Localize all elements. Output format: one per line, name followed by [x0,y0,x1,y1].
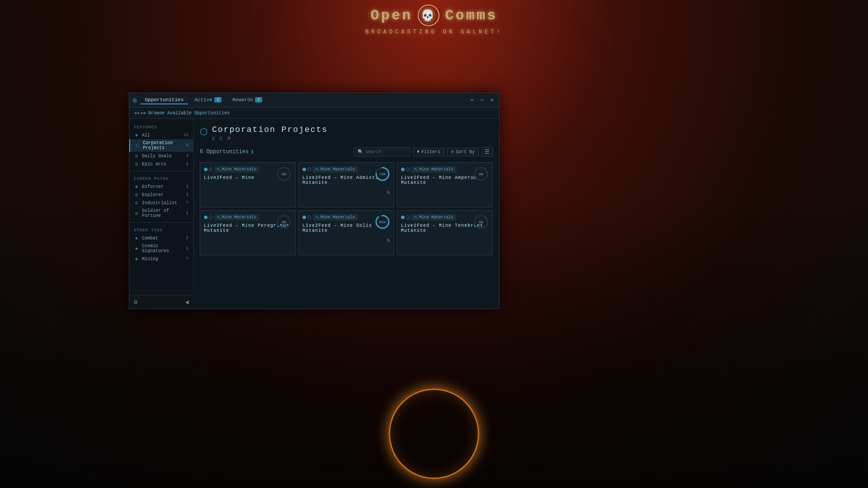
close-button[interactable]: ✕ [488,97,495,104]
combat-icon: ◈ [134,235,139,241]
explorer-icon: ◎ [134,192,139,197]
opportunities-bar: 6 Opportunities ℹ 🔍 ▼ Filters ≡ Sort By [200,147,493,157]
card-tag: ⛏ Mine Materials [313,166,358,173]
page-header: ⬡ Corporation Projects C C P [200,125,493,141]
card-progress-text: 76% [379,172,386,176]
sidebar-item-soldier-of-fortune[interactable]: ◎ Soldier of Fortune 1 [129,207,193,220]
filters-button[interactable]: ▼ Filters [413,148,444,156]
open-comms-title: Open 💀 Comms [371,5,498,26]
daily-goals-icon: ◎ [134,153,139,159]
title-bar-tabs: Opportunities Active 2 Rewards 2 [140,96,465,104]
sidebar-item-epic-arcs[interactable]: ◎ Epic Arcs 1 [129,160,193,168]
card-header: ⛏ Mine Materials 0% [401,214,489,221]
card-dot-1 [401,168,405,171]
page-subtitle: C C P [212,136,328,141]
card-dot-1 [302,168,306,171]
bottom-machinery [298,352,570,488]
tab-rewards[interactable]: Rewards 2 [228,96,267,104]
card-dot-2 [307,216,311,219]
opportunity-card-5[interactable]: ⛏ Mine Materials 0% Live2Feed – Mine Ten… [397,210,493,255]
settings-icon[interactable]: ⚙ [134,298,137,306]
other-tags-section-label: Other Tags [129,225,193,234]
cards-grid: ⛏ Mine Materials 0% Live2Feed – Mine ⛏ M… [200,162,493,255]
card-tag-icon: ⛏ [217,168,221,172]
list-view-button[interactable]: ☰ [481,147,493,157]
card-progress-text: 0% [282,220,286,224]
card-tag-icon: ⛏ [217,216,221,220]
main-window: ◎ Opportunities Active 2 Rewards 2 ⋯ ─ ✕… [129,93,500,309]
card-dots [302,168,311,171]
card-progress-text: 88% [379,220,386,224]
sidebar: Features ◈ All 11 ⬡ Corporation Projects… [129,119,193,289]
forward-arrow[interactable]: ▶▶ [141,110,146,116]
opportunity-card-3[interactable]: ⛏ Mine Materials 0% Live2Feed – Mine Per… [200,210,296,255]
cosmic-icon: ◈ [134,246,139,251]
opportunity-card-2[interactable]: ⛏ Mine Materials 0% Live2Feed – Mine Amp… [397,162,493,207]
sidebar-item-corporation-projects[interactable]: ⬡ Corporation Projects 6 [129,139,193,152]
filter-icon: ▼ [417,150,420,155]
card-header: ⛏ Mine Materials 76% [302,166,390,173]
card-action-icon[interactable]: ↻ [387,237,390,244]
card-tag: ⛏ Mine Materials [313,214,358,221]
card-progress: 0% [473,166,489,182]
list-icon: ☰ [485,149,490,155]
opportunities-count: 6 Opportunities ℹ [200,149,254,155]
divider-1 [129,171,193,171]
active-badge: 2 [214,97,222,103]
opportunity-card-0[interactable]: ⛏ Mine Materials 0% Live2Feed – Mine [200,162,296,207]
back-arrow[interactable]: ◀◀ [134,110,139,116]
divider-2 [129,222,193,223]
opportunity-card-4[interactable]: ⛏ Mine Materials 88% Live2Feed – Mine So… [298,210,394,255]
card-tag-label: Mine Materials [222,215,256,220]
minimize-button[interactable]: ─ [478,97,486,104]
card-dot-2 [209,168,212,171]
breadcrumb: ◀◀ ▶▶ Browse Available Opportunities [129,108,499,119]
card-progress: 88% [375,214,390,230]
sidebar-item-enforcer[interactable]: ◈ Enforcer 1 [129,183,193,191]
rewards-badge: 2 [255,97,262,103]
page-header-icon: ⬡ [200,126,208,137]
sidebar-item-daily-goals[interactable]: ◎ Daily Goals 4 [129,152,193,160]
tab-opportunities[interactable]: Opportunities [140,96,188,104]
broadcasting-text: BROADCASTING ON GALNET! [365,29,503,35]
mining-icon: ◈ [134,256,139,262]
card-action-icon[interactable]: ↻ [387,189,390,196]
sort-button[interactable]: ≡ Sort By [447,148,479,156]
window-body: Features ◈ All 11 ⬡ Corporation Projects… [129,119,499,309]
industrialist-icon: ◎ [134,200,139,206]
sidebar-item-mining[interactable]: ◈ Mining 7 [129,255,193,263]
collapse-icon[interactable]: ◀ [185,298,189,306]
card-footer: ↻ [302,237,390,244]
sidebar-item-industrialist[interactable]: ◎ Industrialist 7 [129,199,193,207]
more-options-button[interactable]: ⋯ [468,97,476,104]
corp-projects-icon: ⬡ [135,143,140,148]
card-tag-label: Mine Materials [419,215,453,220]
card-dot-2 [307,168,311,171]
card-tag-label: Mine Materials [419,167,453,172]
card-dots [401,168,410,171]
search-input[interactable] [365,150,406,155]
opportunity-card-1[interactable]: ⛏ Mine Materials 76% Live2Feed – Mine Ad… [298,162,394,207]
card-tag: ⛏ Mine Materials [214,166,259,173]
main-content: ⬡ Corporation Projects C C P 6 Opportuni… [193,119,499,309]
mech-ring [389,389,479,479]
tab-active[interactable]: Active 2 [190,96,226,104]
page-title-block: Corporation Projects C C P [212,125,328,141]
sidebar-bottom: ⚙ ◀ [129,295,193,309]
card-dot-1 [204,216,208,219]
sidebar-item-cosmic-signatures[interactable]: ◈ Cosmic Signatures 1 [129,242,193,255]
info-icon[interactable]: ℹ [251,149,254,155]
sidebar-item-explorer[interactable]: ◎ Explorer 1 [129,191,193,199]
card-tag-icon: ⛏ [414,168,418,172]
sidebar-item-all[interactable]: ◈ All 11 [129,131,193,139]
card-progress-text: 0% [479,220,483,224]
card-dot-2 [406,168,410,171]
search-box: 🔍 [354,147,410,156]
card-progress: 0% [473,214,489,230]
sidebar-item-combat[interactable]: ◈ Combat 2 [129,234,193,242]
breadcrumb-link[interactable]: Browse Available Opportunities [148,111,230,116]
card-footer: ↻ [302,189,390,196]
card-dot-2 [406,216,410,219]
card-tag-icon: ⛏ [316,168,319,172]
card-header: ⛏ Mine Materials 0% [401,166,489,173]
